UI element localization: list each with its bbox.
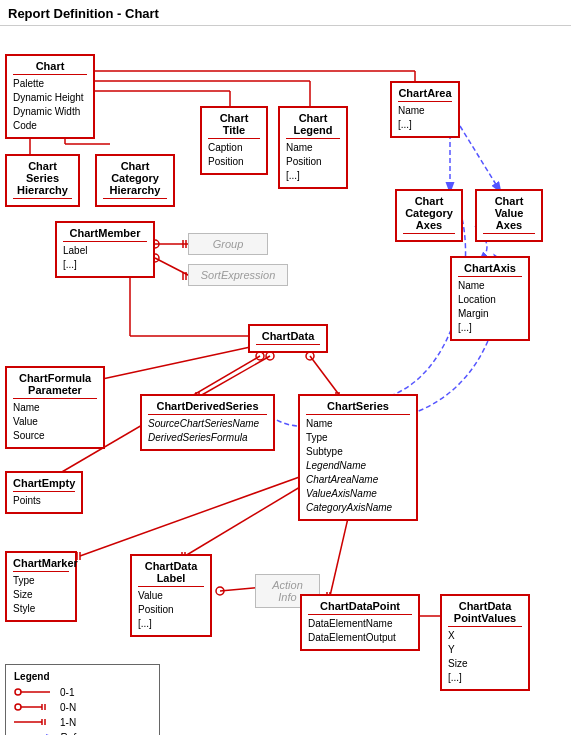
svg-point-56 bbox=[216, 587, 224, 595]
chart-empty-content: Points bbox=[13, 494, 75, 508]
chart-box-content: Palette Dynamic Height Dynamic Width Cod… bbox=[13, 77, 87, 133]
chart-axis-content: Name Location Margin [...] bbox=[458, 279, 522, 335]
legend-box: Legend 0-1 0-N 1-N bbox=[5, 664, 160, 735]
chart-title-title: ChartTitle bbox=[208, 112, 260, 139]
chart-data-label-title: ChartDataLabel bbox=[138, 560, 204, 587]
chart-data-label-content: Value Position [...] bbox=[138, 589, 204, 631]
chart-category-hierarchy-box: ChartCategoryHierarchy bbox=[95, 154, 175, 207]
legend-label-0-1: 0-1 bbox=[60, 687, 74, 698]
chart-data-point-title: ChartDataPoint bbox=[308, 600, 412, 615]
chart-data-point-values-title: ChartDataPointValues bbox=[448, 600, 522, 627]
chart-category-axes-box: ChartCategoryAxes bbox=[395, 189, 463, 242]
svg-point-61 bbox=[15, 704, 21, 710]
chart-formula-parameter-box: ChartFormulaParameter Name Value Source bbox=[5, 366, 105, 449]
chart-axis-title: ChartAxis bbox=[458, 262, 522, 277]
chart-area-box: ChartArea Name [...] bbox=[390, 81, 460, 138]
legend-item-reference: Reference bbox=[14, 731, 151, 735]
chart-data-point-values-content: X Y Size [...] bbox=[448, 629, 522, 685]
chart-formula-parameter-title: ChartFormulaParameter bbox=[13, 372, 97, 399]
svg-point-32 bbox=[306, 352, 314, 360]
chart-data-point-values-box: ChartDataPointValues X Y Size [...] bbox=[440, 594, 530, 691]
chart-marker-title: ChartMarker bbox=[13, 557, 69, 572]
chart-member-content: Label [...] bbox=[63, 244, 147, 272]
legend-label-1-n: 1-N bbox=[60, 717, 76, 728]
svg-point-38 bbox=[256, 352, 264, 360]
sort-expression-ghost-box: SortExpression bbox=[188, 264, 288, 286]
svg-line-39 bbox=[80, 466, 330, 556]
chart-category-axes-title: ChartCategoryAxes bbox=[403, 195, 455, 234]
chart-area-content: Name [...] bbox=[398, 104, 452, 132]
svg-line-31 bbox=[310, 356, 340, 396]
legend-item-0-n: 0-N bbox=[14, 701, 151, 713]
chart-series-box: ChartSeries Name Type Subtype LegendName… bbox=[298, 394, 418, 521]
chart-value-axes-box: ChartValueAxes bbox=[475, 189, 543, 242]
chart-derived-series-content: SourceChartSeriesName DerivedSeriesFormu… bbox=[148, 417, 267, 445]
chart-area-title: ChartArea bbox=[398, 87, 452, 102]
chart-series-hierarchy-title: ChartSeriesHierarchy bbox=[13, 160, 72, 199]
svg-point-59 bbox=[15, 689, 21, 695]
chart-series-content: Name Type Subtype LegendName ChartAreaNa… bbox=[306, 417, 410, 515]
chart-member-title: ChartMember bbox=[63, 227, 147, 242]
chart-value-axes-title: ChartValueAxes bbox=[483, 195, 535, 234]
chart-title-content: Caption Position bbox=[208, 141, 260, 169]
chart-legend-title: ChartLegend bbox=[286, 112, 340, 139]
svg-line-27 bbox=[200, 356, 270, 396]
chart-box: Chart Palette Dynamic Height Dynamic Wid… bbox=[5, 54, 95, 139]
chart-axis-box: ChartAxis Name Location Margin [...] bbox=[450, 256, 530, 341]
chart-marker-content: Type Size Style bbox=[13, 574, 69, 616]
chart-legend-box: ChartLegend Name Position [...] bbox=[278, 106, 348, 189]
legend-item-0-1: 0-1 bbox=[14, 686, 151, 698]
chart-title-box: ChartTitle Caption Position bbox=[200, 106, 268, 175]
group-ghost-box: Group bbox=[188, 233, 268, 255]
chart-data-label-box: ChartDataLabel Value Position [...] bbox=[130, 554, 212, 637]
chart-formula-parameter-content: Name Value Source bbox=[13, 401, 97, 443]
chart-box-title: Chart bbox=[13, 60, 87, 75]
chart-member-box: ChartMember Label [...] bbox=[55, 221, 155, 278]
chart-derived-series-box: ChartDerivedSeries SourceChartSeriesName… bbox=[140, 394, 275, 451]
chart-data-point-box: ChartDataPoint DataElementName DataEleme… bbox=[300, 594, 420, 651]
chart-data-point-content: DataElementName DataElementOutput bbox=[308, 617, 412, 645]
chart-empty-title: ChartEmpty bbox=[13, 477, 75, 492]
legend-label-reference: Reference bbox=[60, 732, 106, 736]
legend-label-0-n: 0-N bbox=[60, 702, 76, 713]
svg-line-21 bbox=[155, 258, 190, 276]
chart-data-title: ChartData bbox=[256, 330, 320, 345]
legend-item-1-n: 1-N bbox=[14, 716, 151, 728]
svg-point-28 bbox=[266, 352, 274, 360]
chart-data-box: ChartData bbox=[248, 324, 328, 353]
svg-line-16 bbox=[460, 126, 500, 191]
legend-title: Legend bbox=[14, 671, 151, 682]
chart-marker-box: ChartMarker Type Size Style bbox=[5, 551, 77, 622]
chart-series-title: ChartSeries bbox=[306, 400, 410, 415]
diagram-area: Chart Palette Dynamic Height Dynamic Wid… bbox=[0, 26, 571, 726]
chart-empty-box: ChartEmpty Points bbox=[5, 471, 83, 514]
chart-derived-series-title: ChartDerivedSeries bbox=[148, 400, 267, 415]
page-title: Report Definition - Chart bbox=[0, 0, 571, 26]
chart-category-hierarchy-title: ChartCategoryHierarchy bbox=[103, 160, 167, 199]
chart-legend-content: Name Position [...] bbox=[286, 141, 340, 183]
chart-series-hierarchy-box: ChartSeriesHierarchy bbox=[5, 154, 80, 207]
